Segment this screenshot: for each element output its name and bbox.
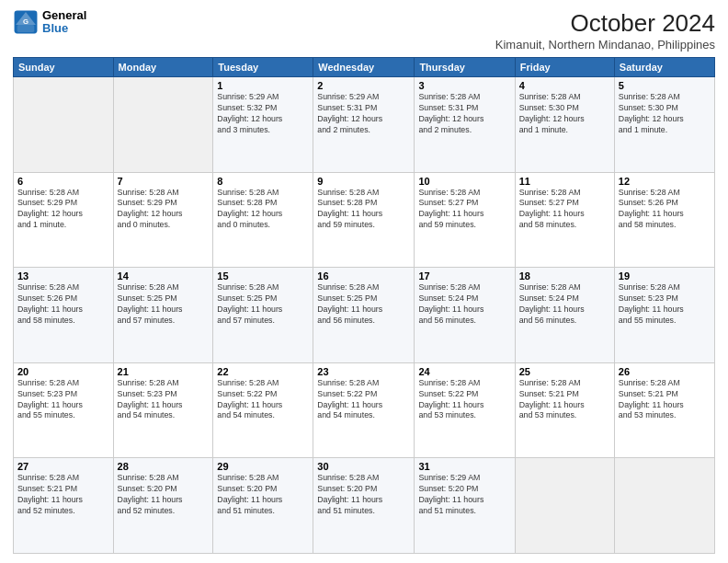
calendar-cell: 3Sunrise: 5:28 AMSunset: 5:31 PMDaylight…: [415, 77, 515, 173]
calendar-cell: 16Sunrise: 5:28 AMSunset: 5:25 PMDayligh…: [313, 268, 415, 363]
calendar-cell: 29Sunrise: 5:28 AMSunset: 5:20 PMDayligh…: [213, 458, 313, 554]
day-number: 11: [519, 176, 610, 187]
svg-text:G: G: [23, 17, 28, 26]
page: G General Blue October 2024 Kimanuit, No…: [0, 0, 728, 563]
calendar-cell: 8Sunrise: 5:28 AMSunset: 5:28 PMDaylight…: [213, 172, 313, 268]
day-info: Sunrise: 5:28 AMSunset: 5:20 PMDaylight:…: [118, 473, 210, 517]
weekday-header: Monday: [113, 58, 213, 77]
day-number: 5: [619, 80, 711, 91]
calendar-cell: 26Sunrise: 5:28 AMSunset: 5:21 PMDayligh…: [614, 362, 714, 458]
day-number: 4: [519, 80, 610, 91]
day-number: 19: [619, 270, 711, 282]
calendar-cell: [515, 458, 614, 554]
calendar-cell: 31Sunrise: 5:29 AMSunset: 5:20 PMDayligh…: [415, 458, 515, 554]
calendar-cell: 28Sunrise: 5:28 AMSunset: 5:20 PMDayligh…: [113, 458, 213, 554]
calendar-header: SundayMondayTuesdayWednesdayThursdayFrid…: [14, 58, 715, 77]
day-info: Sunrise: 5:28 AMSunset: 5:28 PMDaylight:…: [217, 188, 309, 232]
calendar-week: 20Sunrise: 5:28 AMSunset: 5:23 PMDayligh…: [14, 362, 715, 458]
day-info: Sunrise: 5:28 AMSunset: 5:31 PMDaylight:…: [418, 92, 510, 136]
day-number: 1: [217, 80, 309, 91]
day-info: Sunrise: 5:28 AMSunset: 5:29 PMDaylight:…: [118, 188, 210, 232]
day-number: 23: [317, 366, 410, 377]
calendar-week: 27Sunrise: 5:28 AMSunset: 5:21 PMDayligh…: [14, 458, 715, 554]
day-info: Sunrise: 5:28 AMSunset: 5:23 PMDaylight:…: [619, 282, 711, 327]
calendar-cell: 2Sunrise: 5:29 AMSunset: 5:31 PMDaylight…: [313, 77, 415, 173]
calendar-cell: 6Sunrise: 5:28 AMSunset: 5:29 PMDaylight…: [14, 172, 114, 268]
day-info: Sunrise: 5:28 AMSunset: 5:24 PMDaylight:…: [418, 282, 510, 327]
day-info: Sunrise: 5:28 AMSunset: 5:28 PMDaylight:…: [317, 188, 410, 232]
day-info: Sunrise: 5:28 AMSunset: 5:25 PMDaylight:…: [317, 282, 410, 327]
logo-line2: Blue: [42, 22, 86, 35]
day-number: 8: [217, 176, 309, 187]
calendar-cell: [14, 77, 114, 173]
calendar-cell: 1Sunrise: 5:29 AMSunset: 5:32 PMDaylight…: [213, 77, 313, 173]
day-info: Sunrise: 5:28 AMSunset: 5:24 PMDaylight:…: [519, 282, 610, 327]
weekday-header: Friday: [515, 58, 614, 77]
logo-text: General Blue: [42, 9, 86, 36]
day-number: 16: [317, 270, 410, 282]
calendar-body: 1Sunrise: 5:29 AMSunset: 5:32 PMDaylight…: [14, 77, 715, 554]
weekday-header: Thursday: [415, 58, 515, 77]
day-info: Sunrise: 5:28 AMSunset: 5:23 PMDaylight:…: [118, 378, 210, 422]
calendar-cell: 24Sunrise: 5:28 AMSunset: 5:22 PMDayligh…: [415, 362, 515, 458]
calendar-cell: 25Sunrise: 5:28 AMSunset: 5:21 PMDayligh…: [515, 362, 614, 458]
day-number: 10: [418, 176, 510, 187]
day-number: 2: [317, 80, 410, 91]
day-info: Sunrise: 5:28 AMSunset: 5:25 PMDaylight:…: [118, 282, 210, 327]
day-info: Sunrise: 5:28 AMSunset: 5:30 PMDaylight:…: [519, 92, 610, 136]
logo-line1: General: [42, 9, 86, 22]
calendar-cell: 7Sunrise: 5:28 AMSunset: 5:29 PMDaylight…: [113, 172, 213, 268]
day-number: 17: [418, 270, 510, 282]
day-number: 29: [217, 461, 309, 472]
day-info: Sunrise: 5:28 AMSunset: 5:22 PMDaylight:…: [418, 378, 510, 422]
calendar-week: 13Sunrise: 5:28 AMSunset: 5:26 PMDayligh…: [14, 268, 715, 363]
day-info: Sunrise: 5:28 AMSunset: 5:29 PMDaylight:…: [17, 188, 109, 232]
day-number: 30: [317, 461, 410, 472]
day-number: 20: [17, 366, 109, 377]
day-info: Sunrise: 5:28 AMSunset: 5:20 PMDaylight:…: [217, 473, 309, 517]
day-info: Sunrise: 5:28 AMSunset: 5:27 PMDaylight:…: [418, 188, 510, 232]
day-info: Sunrise: 5:28 AMSunset: 5:25 PMDaylight:…: [217, 282, 309, 327]
logo-icon: G: [13, 9, 39, 35]
day-info: Sunrise: 5:28 AMSunset: 5:30 PMDaylight:…: [619, 92, 711, 136]
calendar-cell: 23Sunrise: 5:28 AMSunset: 5:22 PMDayligh…: [313, 362, 415, 458]
day-number: 3: [418, 80, 510, 91]
day-number: 6: [17, 176, 109, 187]
logo: G General Blue: [13, 9, 86, 36]
day-number: 22: [217, 366, 309, 377]
calendar: SundayMondayTuesdayWednesdayThursdayFrid…: [13, 57, 715, 554]
day-info: Sunrise: 5:28 AMSunset: 5:21 PMDaylight:…: [619, 378, 711, 422]
calendar-cell: 12Sunrise: 5:28 AMSunset: 5:26 PMDayligh…: [614, 172, 714, 268]
day-number: 26: [619, 366, 711, 377]
weekday-row: SundayMondayTuesdayWednesdayThursdayFrid…: [14, 58, 715, 77]
day-info: Sunrise: 5:28 AMSunset: 5:22 PMDaylight:…: [317, 378, 410, 422]
day-info: Sunrise: 5:28 AMSunset: 5:26 PMDaylight:…: [17, 282, 109, 327]
day-number: 15: [217, 270, 309, 282]
day-info: Sunrise: 5:29 AMSunset: 5:31 PMDaylight:…: [317, 92, 410, 136]
day-number: 18: [519, 270, 610, 282]
title-block: October 2024 Kimanuit, Northern Mindanao…: [495, 9, 715, 52]
day-info: Sunrise: 5:28 AMSunset: 5:23 PMDaylight:…: [17, 378, 109, 422]
weekday-header: Tuesday: [213, 58, 313, 77]
day-info: Sunrise: 5:28 AMSunset: 5:26 PMDaylight:…: [619, 188, 711, 232]
calendar-cell: 14Sunrise: 5:28 AMSunset: 5:25 PMDayligh…: [113, 268, 213, 363]
location: Kimanuit, Northern Mindanao, Philippines: [495, 38, 715, 52]
day-number: 9: [317, 176, 410, 187]
calendar-cell: 30Sunrise: 5:28 AMSunset: 5:20 PMDayligh…: [313, 458, 415, 554]
calendar-cell: 18Sunrise: 5:28 AMSunset: 5:24 PMDayligh…: [515, 268, 614, 363]
day-number: 7: [118, 176, 210, 187]
day-number: 28: [118, 461, 210, 472]
calendar-cell: 22Sunrise: 5:28 AMSunset: 5:22 PMDayligh…: [213, 362, 313, 458]
day-number: 21: [118, 366, 210, 377]
day-info: Sunrise: 5:29 AMSunset: 5:20 PMDaylight:…: [418, 473, 510, 517]
calendar-cell: 17Sunrise: 5:28 AMSunset: 5:24 PMDayligh…: [415, 268, 515, 363]
calendar-week: 6Sunrise: 5:28 AMSunset: 5:29 PMDaylight…: [14, 172, 715, 268]
calendar-week: 1Sunrise: 5:29 AMSunset: 5:32 PMDaylight…: [14, 77, 715, 173]
day-info: Sunrise: 5:29 AMSunset: 5:32 PMDaylight:…: [217, 92, 309, 136]
day-info: Sunrise: 5:28 AMSunset: 5:27 PMDaylight:…: [519, 188, 610, 232]
calendar-cell: 9Sunrise: 5:28 AMSunset: 5:28 PMDaylight…: [313, 172, 415, 268]
calendar-cell: 20Sunrise: 5:28 AMSunset: 5:23 PMDayligh…: [14, 362, 114, 458]
calendar-cell: 27Sunrise: 5:28 AMSunset: 5:21 PMDayligh…: [14, 458, 114, 554]
calendar-cell: 11Sunrise: 5:28 AMSunset: 5:27 PMDayligh…: [515, 172, 614, 268]
day-number: 24: [418, 366, 510, 377]
